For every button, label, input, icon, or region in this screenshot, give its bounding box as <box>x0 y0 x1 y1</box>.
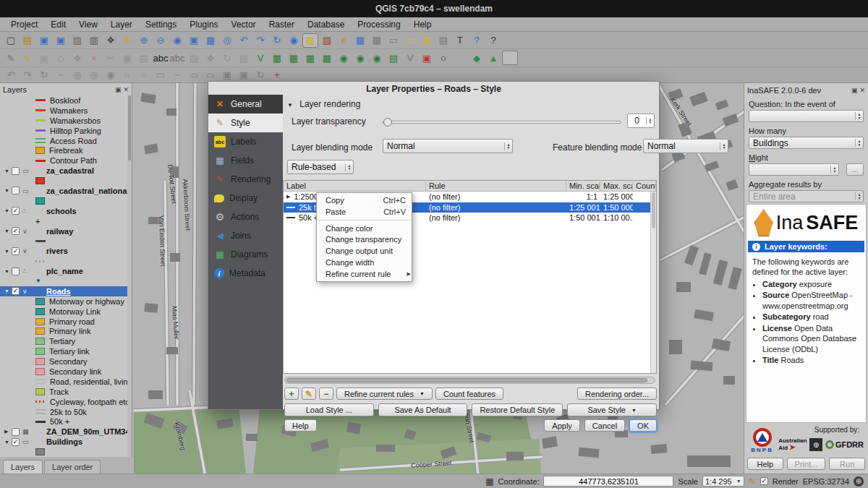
toolbar-button[interactable] <box>552 51 568 65</box>
layer-visibility-checkbox[interactable] <box>12 428 20 436</box>
toolbar-button[interactable]: ○ <box>119 68 135 82</box>
menu-item[interactable]: Help <box>407 18 438 31</box>
layer-visibility-checkbox[interactable] <box>12 287 20 295</box>
toolbar-button[interactable]: ✎ <box>20 51 35 65</box>
layer-tree-item[interactable]: schools <box>0 206 127 216</box>
refine-current-rules-button[interactable]: Refine current rules▼ <box>336 388 433 400</box>
expander-icon[interactable] <box>4 228 12 234</box>
toolbar-button[interactable]: V <box>402 51 418 65</box>
slider-handle[interactable] <box>383 118 392 127</box>
toolbar-button[interactable]: ▣ <box>186 33 202 48</box>
toolbar-button[interactable] <box>535 51 551 65</box>
toolbar-button[interactable]: ▭ <box>203 68 218 82</box>
toolbar-button[interactable]: ▤ <box>136 51 152 65</box>
toolbar-button[interactable] <box>569 51 584 65</box>
menu-item[interactable]: View <box>72 18 104 31</box>
rendering-order-button[interactable]: Rendering order... <box>577 388 657 400</box>
toolbar-button[interactable]: ▣ <box>219 68 235 82</box>
toolbar-button[interactable]: ◉ <box>169 33 185 48</box>
dialog-sidebar-tab[interactable]: Fields <box>208 151 283 170</box>
toolbar-button[interactable] <box>618 51 634 65</box>
toolbar-button[interactable] <box>452 51 468 65</box>
toolbar-button[interactable]: ◎ <box>219 33 235 48</box>
toolbar-button[interactable]: ~ <box>53 68 69 82</box>
toolbar-button[interactable]: ▦ <box>319 51 335 65</box>
layer-tree-item[interactable]: Tertiary <box>0 336 127 346</box>
toolbar-button[interactable]: ○ <box>435 51 451 65</box>
toolbar-button[interactable]: ↷ <box>252 33 268 48</box>
layer-tree-item[interactable]: Access Road <box>0 136 127 146</box>
layer-tree-item[interactable]: Road, residential, living street, ... <box>0 377 127 387</box>
toolbar-button[interactable]: ▦ <box>352 33 368 48</box>
context-menu-item[interactable]: Change width <box>317 257 412 268</box>
layer-tree-item[interactable]: Contour Path <box>0 155 127 166</box>
count-features-button[interactable]: Count features <box>435 388 503 400</box>
expander-icon[interactable] <box>4 429 12 435</box>
context-menu-item[interactable]: Refine current rule <box>317 268 412 280</box>
layers-scrollbar[interactable] <box>127 95 132 457</box>
inasafe-help-button[interactable]: Help <box>747 458 783 470</box>
toolbar-button[interactable]: T <box>452 33 468 48</box>
impact-function-combo[interactable]: ▲▼ <box>749 163 839 176</box>
apply-button[interactable]: Apply <box>544 419 580 432</box>
add-rule-button[interactable]: + <box>284 388 299 400</box>
layer-tree-item[interactable]: Wamakers <box>0 106 127 116</box>
help-button[interactable]: Help <box>284 419 317 432</box>
expander-icon[interactable] <box>4 288 12 294</box>
coordinate-input[interactable] <box>543 476 673 487</box>
toolbar-button[interactable]: ◎ <box>86 68 102 82</box>
expander-icon[interactable] <box>4 208 12 213</box>
toolbar-button[interactable]: ▣ <box>36 33 52 48</box>
layer-tree-item[interactable]: rivers <box>0 246 127 256</box>
expander-icon[interactable] <box>4 188 12 193</box>
toolbar-button[interactable]: ▢ <box>3 33 19 48</box>
function-options-button[interactable]: ... <box>846 163 864 176</box>
layer-tree-item[interactable]: Tertiary link <box>0 346 127 356</box>
stop-render-icon[interactable]: ✎ <box>749 476 756 487</box>
layer-visibility-checkbox[interactable] <box>12 227 20 235</box>
toolbar-button[interactable]: ◆ <box>469 51 485 65</box>
cancel-button[interactable]: Cancel <box>584 419 625 432</box>
spin-arrows-icon[interactable]: ▲▼ <box>646 117 654 125</box>
save-as-default-button[interactable]: Save As Default <box>378 403 468 416</box>
toolbar-button[interactable]: abc <box>169 51 185 65</box>
ok-button[interactable]: OK <box>629 419 657 432</box>
layer-tree-item[interactable]: Firebreak <box>0 145 127 155</box>
expander-icon[interactable] <box>4 249 12 254</box>
layer-tree-item[interactable]: Boskloof <box>0 95 127 106</box>
toolbar-button[interactable]: ❖ <box>119 33 135 48</box>
toolbar-button[interactable]: ✎ <box>3 51 19 65</box>
toolbar-button[interactable]: ▨ <box>186 51 202 65</box>
toolbar-button[interactable]: ◉ <box>103 68 119 82</box>
toolbar-button[interactable]: ◉ <box>286 33 302 48</box>
layer-rendering-section[interactable]: ▼ Layer rendering <box>287 99 360 109</box>
toolbar-button[interactable]: ? <box>485 33 501 48</box>
layer-tree-item[interactable]: Motorway or highway <box>0 296 127 307</box>
remove-rule-button[interactable]: − <box>319 388 333 400</box>
context-menu-item[interactable]: Copy Ctrl+C <box>317 194 412 206</box>
collapse-icon[interactable]: ▼ <box>287 102 293 108</box>
tab-layer-order[interactable]: Layer order <box>44 460 101 474</box>
layer-tree-item[interactable]: Buildings <box>0 437 127 447</box>
layer-tree-item[interactable]: za_cadastral_national <box>0 186 127 196</box>
toolbar-button[interactable]: ▦ <box>286 51 302 65</box>
toolbar-button[interactable]: ↻ <box>252 68 268 82</box>
crs-status[interactable]: EPSG:32734 <box>803 477 849 486</box>
layer-tree-item[interactable]: za_cadastral <box>0 166 127 176</box>
toolbar-button[interactable]: ↶ <box>3 68 19 82</box>
toolbar-button[interactable] <box>585 51 601 65</box>
dialog-sidebar-tab[interactable]: Labels <box>208 132 283 151</box>
context-menu-item[interactable]: Change transparency <box>317 234 412 245</box>
dialog-sidebar-tab[interactable]: Metadata <box>208 264 283 283</box>
scale-combo[interactable]: 1:4 295 ▼ <box>702 476 744 487</box>
feature-blend-combo[interactable]: Normal ▲▼ <box>643 139 728 153</box>
toolbar-button[interactable] <box>668 51 684 65</box>
layer-blend-combo[interactable]: Normal ▲▼ <box>383 139 513 153</box>
toolbar-button[interactable]: ▭ <box>386 33 401 48</box>
expander-icon[interactable] <box>4 168 12 174</box>
toolbar-button[interactable]: ▤ <box>386 51 401 65</box>
toolbar-button[interactable] <box>519 51 535 65</box>
layer-tree-item[interactable]: Roads <box>0 286 127 296</box>
toolbar-button[interactable]: ? <box>469 33 485 48</box>
layer-tree-item[interactable]: railway <box>0 226 127 236</box>
